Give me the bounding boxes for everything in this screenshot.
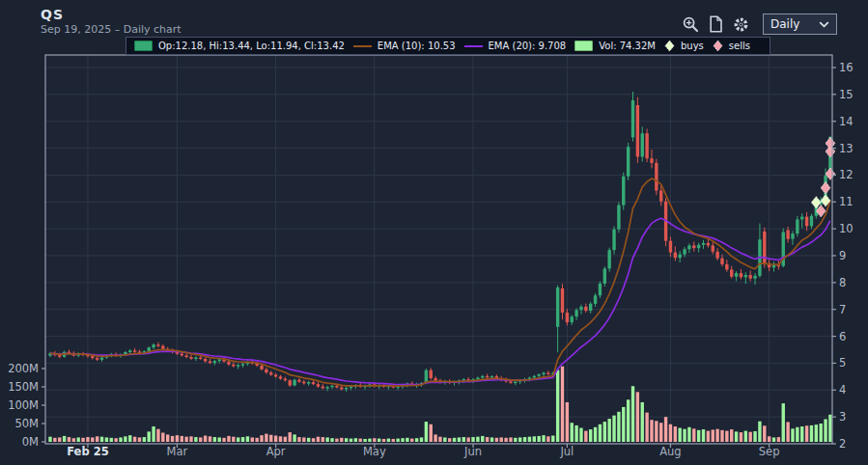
- candle: [748, 275, 751, 279]
- month-tick-label: Aug: [659, 445, 681, 458]
- volume-bar: [715, 429, 718, 442]
- candle: [269, 372, 272, 374]
- candle: [537, 374, 540, 376]
- month-axis-labels: Feb 25MarAprMayJunJulAugSep: [67, 444, 779, 458]
- volume-bar: [269, 435, 272, 442]
- price-chart[interactable]: 23456789101112131415160M50M100M150M200MF…: [0, 0, 868, 465]
- candle: [692, 245, 695, 248]
- volume-bar: [659, 423, 662, 442]
- candle: [702, 243, 705, 245]
- volume-bar: [518, 437, 521, 442]
- candle: [330, 386, 333, 387]
- volume-bar: [556, 370, 559, 442]
- volume-bar: [763, 425, 766, 442]
- volume-bar: [720, 430, 723, 442]
- volume-bar: [401, 438, 404, 442]
- candle: [687, 245, 690, 249]
- month-tick-label: Mar: [167, 445, 188, 458]
- candle: [725, 264, 728, 270]
- candle: [744, 275, 747, 277]
- volume-bar: [166, 434, 169, 442]
- volume-bar: [241, 437, 244, 442]
- candle: [631, 100, 634, 137]
- volume-bar: [641, 402, 644, 442]
- candle: [430, 370, 433, 378]
- candle: [720, 259, 723, 264]
- volume-bar: [471, 437, 474, 442]
- volume-bar: [599, 424, 602, 442]
- candle: [260, 366, 263, 369]
- gear-icon[interactable]: [732, 15, 750, 34]
- month-tick-label: Sep: [759, 445, 780, 458]
- volume-bar: [744, 431, 747, 442]
- volume-tick-label: 0M: [22, 435, 39, 449]
- volume-bar: [237, 437, 239, 442]
- candle: [730, 269, 733, 276]
- volume-bar: [504, 438, 507, 442]
- candle: [184, 355, 187, 357]
- volume-bar: [96, 436, 98, 442]
- candle: [297, 380, 300, 382]
- candle: [325, 387, 328, 388]
- candle: [707, 243, 710, 246]
- chart-app: 23456789101112131415160M50M100M150M200MF…: [0, 0, 868, 465]
- volume-bar: [579, 428, 582, 442]
- candle: [293, 380, 295, 386]
- volume-bar: [796, 427, 798, 442]
- volume-bar: [645, 413, 648, 442]
- candle: [603, 268, 606, 284]
- candle: [486, 376, 489, 377]
- candle: [607, 250, 610, 268]
- volume-bar: [91, 437, 94, 442]
- volume-bar: [674, 426, 677, 442]
- candle: [683, 249, 686, 254]
- volume-bar: [607, 419, 610, 442]
- volume-bar: [566, 402, 569, 442]
- candle: [274, 374, 277, 376]
- volume-bar: [284, 437, 287, 442]
- volume-bar: [443, 437, 446, 442]
- candle: [265, 369, 267, 372]
- candle: [476, 377, 479, 379]
- volume-bar: [227, 436, 230, 442]
- volume-bar: [528, 437, 531, 442]
- volume-bar: [740, 432, 742, 442]
- volume-bar: [448, 438, 451, 442]
- volume-bar: [430, 424, 433, 442]
- candle: [194, 358, 197, 359]
- volume-bar: [631, 386, 634, 442]
- volume-bar: [368, 439, 371, 442]
- candle: [434, 378, 436, 381]
- volume-bar: [815, 424, 818, 442]
- volume-bar: [350, 439, 352, 442]
- candle: [579, 307, 582, 310]
- volume-bar: [819, 424, 822, 442]
- volume-bar: [209, 436, 211, 442]
- volume-bar: [500, 437, 503, 442]
- volume-bar: [63, 436, 66, 442]
- volume-bar: [105, 437, 108, 442]
- volume-bar: [655, 421, 658, 442]
- volume-bar: [114, 438, 117, 442]
- period-dropdown[interactable]: Daily: [763, 14, 837, 35]
- zoom-in-icon[interactable]: [682, 15, 700, 34]
- candle: [284, 379, 287, 381]
- volume-bar: [481, 436, 484, 442]
- volume-bar: [687, 427, 690, 442]
- candle: [786, 231, 789, 239]
- candle: [645, 133, 648, 158]
- document-icon[interactable]: [709, 15, 723, 33]
- volume-bar: [453, 438, 456, 442]
- candle: [152, 344, 154, 347]
- period-dropdown-value: Daily: [770, 17, 799, 31]
- volume-bar: [697, 430, 700, 442]
- volume-bar: [574, 425, 577, 442]
- candle: [556, 287, 559, 327]
- candle: [481, 376, 484, 378]
- candle: [571, 316, 574, 322]
- volume-bar: [420, 437, 423, 442]
- volume-bar: [707, 431, 710, 442]
- volume-bar: [561, 367, 564, 442]
- candle: [712, 245, 714, 251]
- volume-bar: [476, 437, 479, 442]
